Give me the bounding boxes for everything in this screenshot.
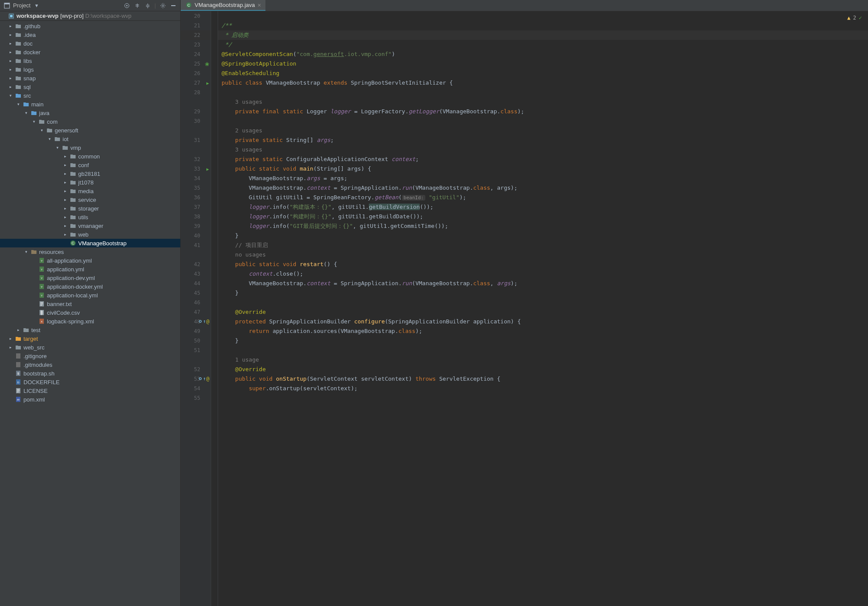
tree-item[interactable]: ▾main — [0, 100, 180, 109]
tree-item[interactable]: ▸docker — [0, 48, 180, 56]
tree-arrow-icon[interactable]: ▸ — [8, 67, 13, 72]
tree-item[interactable]: ▸logs — [0, 65, 180, 74]
tree-item[interactable]: ▸target — [0, 334, 180, 343]
tree-item[interactable]: ▸common — [0, 152, 180, 161]
collapse-all-icon[interactable] — [144, 2, 151, 9]
tree-item[interactable]: ▸snap — [0, 74, 180, 82]
tree-arrow-icon[interactable]: ▸ — [63, 224, 68, 228]
code-line[interactable]: super.onStartup(servletContext); — [218, 384, 868, 393]
code-line[interactable] — [218, 393, 868, 403]
tree-arrow-icon[interactable]: ▸ — [63, 215, 68, 219]
code-line[interactable]: public void onStartup(ServletContext ser… — [218, 374, 868, 384]
tree-item[interactable]: DDOCKERFILE — [0, 378, 180, 386]
code-line[interactable]: private static String[] args; — [218, 135, 868, 145]
tree-item[interactable]: Yapplication.yml — [0, 265, 180, 273]
code-line[interactable]: logger.info("GIT最后提交时间：{}", gitUtil1.get… — [218, 221, 868, 231]
tree-arrow-icon[interactable]: ▸ — [8, 24, 13, 28]
select-opened-icon[interactable] — [123, 2, 130, 9]
project-tree[interactable]: ▸.github▸.idea▸doc▸docker▸libs▸logs▸snap… — [0, 21, 180, 606]
tree-item[interactable]: ▸media — [0, 187, 180, 195]
code-line[interactable]: 1 usage — [218, 355, 868, 365]
code-line[interactable]: @Override — [218, 307, 868, 317]
tree-item[interactable]: ▸libs — [0, 56, 180, 65]
code-line[interactable] — [218, 11, 868, 21]
tree-arrow-icon[interactable]: ▸ — [63, 154, 68, 158]
code-line[interactable]: private static ConfigurableApplicationCo… — [218, 155, 868, 164]
tree-arrow-icon[interactable]: ▸ — [8, 41, 13, 46]
tree-item[interactable]: ▸sql — [0, 82, 180, 91]
tree-item[interactable]: ▾src — [0, 91, 180, 100]
close-tab-icon[interactable]: × — [258, 2, 261, 9]
tree-arrow-icon[interactable]: ▸ — [8, 76, 13, 80]
tree-item[interactable]: Yapplication-dev.yml — [0, 273, 180, 282]
tree-item[interactable]: ▾iot — [0, 135, 180, 143]
tree-item[interactable]: ▸gb28181 — [0, 169, 180, 178]
code-line[interactable]: */ — [218, 40, 868, 49]
tree-arrow-icon[interactable]: ▸ — [63, 206, 68, 211]
code-line[interactable]: @EnableScheduling — [218, 69, 868, 78]
code-line[interactable]: * 启动类 — [218, 30, 868, 40]
editor-tab[interactable]: C VManageBootstrap.java × — [181, 0, 265, 11]
tree-item[interactable]: Yapplication-local.yml — [0, 291, 180, 300]
tree-item[interactable]: ▸service — [0, 195, 180, 204]
code-line[interactable]: VManageBootstrap.args = args; — [218, 174, 868, 183]
code-line[interactable]: 3 usages — [218, 145, 868, 155]
code-line[interactable]: public static void restart() { — [218, 260, 868, 269]
tree-arrow-icon[interactable]: ▸ — [63, 180, 68, 184]
code-line[interactable]: protected SpringApplicationBuilder confi… — [218, 317, 868, 326]
tree-item[interactable]: ▸doc — [0, 39, 180, 48]
code-line[interactable]: } — [218, 336, 868, 346]
code-line[interactable]: // 项目重启 — [218, 240, 868, 250]
code-line[interactable] — [218, 346, 868, 355]
tree-item[interactable]: ▸web — [0, 230, 180, 239]
tree-arrow-icon[interactable]: ▸ — [63, 163, 68, 167]
tree-arrow-icon[interactable]: ▸ — [8, 345, 13, 349]
code-editor[interactable]: ▲ 2 ✓ /** * 启动类 */@ServletComponentScan(… — [218, 11, 868, 606]
code-line[interactable]: @ServletComponentScan("com.genersoft.iot… — [218, 49, 868, 59]
code-line[interactable]: context.close(); — [218, 269, 868, 279]
tree-item[interactable]: ▾genersoft — [0, 126, 180, 135]
tree-arrow-icon[interactable]: ▾ — [23, 250, 29, 254]
run-gutter-icon[interactable]: ▶ — [206, 167, 209, 171]
tree-item[interactable]: ▸jt1078 — [0, 178, 180, 187]
run-gutter-icon[interactable]: ▶ — [206, 81, 209, 86]
tree-item[interactable]: ▸vmanager — [0, 221, 180, 230]
tree-item[interactable]: banner.txt — [0, 300, 180, 308]
tree-item[interactable]: civilCode.csv — [0, 308, 180, 317]
dropdown-icon[interactable]: ▾ — [33, 2, 40, 9]
tree-arrow-icon[interactable]: ▸ — [8, 336, 13, 341]
tree-arrow-icon[interactable]: ▾ — [31, 119, 36, 124]
code-line[interactable]: private final static Logger logger = Log… — [218, 107, 868, 116]
code-line[interactable]: VManageBootstrap.context = SpringApplica… — [218, 279, 868, 288]
tree-arrow-icon[interactable]: ▾ — [16, 102, 21, 106]
tree-item[interactable]: ▾java — [0, 109, 180, 117]
tree-item[interactable]: .gitignore — [0, 352, 180, 360]
code-line[interactable]: @Override — [218, 365, 868, 374]
tree-item[interactable]: ▸.idea — [0, 30, 180, 39]
code-line[interactable]: return application.sources(VManageBootst… — [218, 326, 868, 336]
tree-arrow-icon[interactable]: ▾ — [8, 93, 13, 98]
code-line[interactable]: no usages — [218, 250, 868, 260]
tree-arrow-icon[interactable]: ▸ — [63, 171, 68, 176]
inspections-widget[interactable]: ▲ 2 ✓ — [845, 12, 865, 23]
tree-item[interactable]: LICENSE — [0, 386, 180, 395]
code-line[interactable]: public static void main(String[] args) { — [218, 164, 868, 174]
tree-arrow-icon[interactable]: ▸ — [63, 189, 68, 193]
code-line[interactable]: GitUtil gitUtil1 = SpringBeanFactory.get… — [218, 193, 868, 202]
tree-item[interactable]: ▸storager — [0, 204, 180, 213]
tree-item[interactable]: ▸web_src — [0, 343, 180, 352]
tree-arrow-icon[interactable]: ▸ — [63, 198, 68, 202]
tree-arrow-icon[interactable]: ▸ — [8, 59, 13, 63]
code-line[interactable] — [218, 116, 868, 126]
code-line[interactable]: 2 usages — [218, 126, 868, 135]
code-line[interactable]: @SpringBootApplication — [218, 59, 868, 69]
tree-arrow-icon[interactable]: ▸ — [8, 33, 13, 37]
tree-arrow-icon[interactable]: ▸ — [8, 50, 13, 54]
tree-arrow-icon[interactable]: ▸ — [16, 328, 21, 332]
code-line[interactable] — [218, 298, 868, 307]
hide-icon[interactable] — [170, 2, 177, 9]
code-line[interactable]: 3 usages — [218, 97, 868, 107]
tree-item[interactable]: CVManageBootstrap — [0, 239, 180, 247]
tree-item[interactable]: ▸.github — [0, 22, 180, 30]
code-line[interactable]: /** — [218, 21, 868, 30]
